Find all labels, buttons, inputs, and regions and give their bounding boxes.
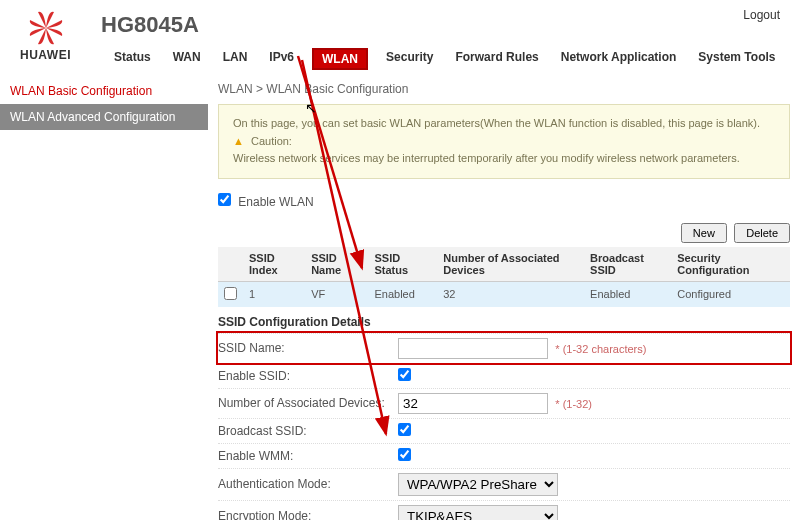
new-button[interactable]: New bbox=[681, 223, 727, 243]
col-ssid-status: SSID Status bbox=[368, 247, 437, 282]
warning-icon: ▲ bbox=[233, 135, 244, 147]
cell-ssid-status: Enabled bbox=[368, 281, 437, 307]
enable-wlan-label: Enable WLAN bbox=[238, 195, 313, 209]
ssid-name-hint: * (1-32 characters) bbox=[555, 343, 646, 355]
table-row[interactable]: 1 VF Enabled 32 Enabled Configured bbox=[218, 281, 790, 307]
enc-mode-select[interactable]: TKIP&AES bbox=[398, 505, 558, 520]
assoc-hint: * (1-32) bbox=[555, 398, 592, 410]
ssid-table: SSID Index SSID Name SSID Status Number … bbox=[218, 247, 790, 307]
device-model: HG8045A bbox=[101, 12, 199, 38]
col-ssid-index: SSID Index bbox=[243, 247, 305, 282]
broadcast-ssid-label: Broadcast SSID: bbox=[218, 424, 398, 438]
enable-wlan-checkbox[interactable] bbox=[218, 193, 231, 206]
auth-mode-label: Authentication Mode: bbox=[218, 477, 398, 491]
vendor-name: HUAWEI bbox=[20, 48, 71, 62]
cell-security: Configured bbox=[671, 281, 790, 307]
note-line1: On this page, you can set basic WLAN par… bbox=[233, 115, 775, 133]
enable-wmm-checkbox[interactable] bbox=[398, 448, 411, 461]
col-broadcast-ssid: Broadcast SSID bbox=[584, 247, 671, 282]
col-security-config: Security Configuration bbox=[671, 247, 790, 282]
enable-ssid-checkbox[interactable] bbox=[398, 368, 411, 381]
caution-label: Caution: bbox=[251, 135, 292, 147]
row-select-checkbox[interactable] bbox=[224, 287, 237, 300]
cell-ssid-name: VF bbox=[305, 281, 368, 307]
logout-link[interactable]: Logout bbox=[743, 8, 780, 22]
breadcrumb: WLAN > WLAN Basic Configuration bbox=[218, 78, 790, 104]
enable-ssid-label: Enable SSID: bbox=[218, 369, 398, 383]
caution-box: On this page, you can set basic WLAN par… bbox=[218, 104, 790, 179]
assoc-devices-input[interactable] bbox=[398, 393, 548, 414]
ssid-name-label: SSID Name: bbox=[218, 341, 398, 355]
huawei-logo-icon bbox=[26, 8, 66, 48]
enc-mode-label: Encryption Mode: bbox=[218, 509, 398, 520]
cell-ssid-index: 1 bbox=[243, 281, 305, 307]
col-select bbox=[218, 247, 243, 282]
delete-button[interactable]: Delete bbox=[734, 223, 790, 243]
cell-broadcast: Enabled bbox=[584, 281, 671, 307]
sidebar-wlan-basic[interactable]: WLAN Basic Configuration bbox=[0, 78, 208, 104]
sidebar-wlan-advanced[interactable]: WLAN Advanced Configuration bbox=[0, 104, 208, 130]
col-assoc-devices: Number of Associated Devices bbox=[437, 247, 584, 282]
col-ssid-name: SSID Name bbox=[305, 247, 368, 282]
ssid-name-input[interactable] bbox=[398, 338, 548, 359]
enable-wmm-label: Enable WMM: bbox=[218, 449, 398, 463]
broadcast-ssid-checkbox[interactable] bbox=[398, 423, 411, 436]
ssid-details-title: SSID Configuration Details bbox=[218, 315, 790, 329]
cell-assoc: 32 bbox=[437, 281, 584, 307]
assoc-devices-label: Number of Associated Devices: bbox=[218, 396, 398, 410]
auth-mode-select[interactable]: WPA/WPA2 PreSharedKey bbox=[398, 473, 558, 496]
note-line2: Wireless network services may be interru… bbox=[233, 150, 775, 168]
cursor-icon: ↖ bbox=[305, 100, 317, 116]
